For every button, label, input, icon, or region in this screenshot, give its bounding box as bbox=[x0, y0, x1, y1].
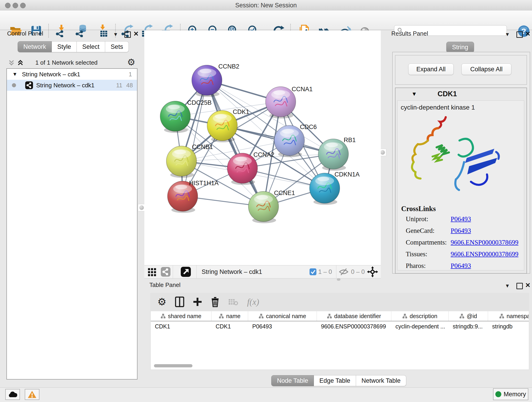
tab-select[interactable]: Select bbox=[77, 41, 105, 52]
network-label: String Network – cdk1 bbox=[36, 82, 94, 89]
network-row-selected[interactable]: String Network – cdk1 11 48 bbox=[7, 80, 137, 91]
network-collection-row[interactable]: ▼ String Network – cdk1 1 bbox=[7, 69, 137, 80]
collection-label: String Network – cdk1 bbox=[22, 71, 80, 78]
expand-all-networks-icon[interactable] bbox=[17, 58, 24, 67]
entry-expander-icon[interactable]: ▼ bbox=[412, 91, 417, 97]
cloud-status-button[interactable] bbox=[5, 389, 20, 400]
column-attribute-icon bbox=[402, 313, 407, 319]
table-cell[interactable]: stringdb:9... bbox=[449, 321, 488, 332]
table-cell[interactable]: CDK1 bbox=[211, 321, 248, 332]
results-panel-menu-icon[interactable]: ▾ bbox=[506, 31, 509, 38]
open-in-string-icon[interactable] bbox=[181, 267, 191, 277]
delete-table-icon-disabled bbox=[228, 298, 238, 306]
node-label-RB1: RB1 bbox=[344, 137, 356, 143]
hidden-count: 0 – 0 bbox=[351, 268, 365, 275]
tab-edge-table[interactable]: Edge Table bbox=[314, 375, 356, 386]
crosslink-link[interactable]: P06493 bbox=[451, 227, 471, 235]
collection-expander-icon[interactable]: ▼ bbox=[12, 71, 17, 77]
delete-column-trash-icon[interactable] bbox=[211, 297, 220, 307]
column-header-name[interactable]: name bbox=[211, 311, 248, 321]
table-cell[interactable]: cyclin-dependent ... bbox=[391, 321, 449, 332]
tab-node-table[interactable]: Node Table bbox=[271, 375, 314, 386]
gene-description: cyclin-dependent kinase 1 bbox=[398, 101, 524, 111]
tab-network-table[interactable]: Network Table bbox=[356, 375, 406, 386]
string-panel-toggle-icon[interactable] bbox=[161, 267, 171, 277]
column-header-namespace[interactable]: namespace bbox=[488, 311, 529, 321]
column-header-database-identifier[interactable]: database identifier bbox=[317, 311, 391, 321]
import-network-from-database-icon[interactable] bbox=[75, 24, 88, 37]
table-cell[interactable]: 9606.ENSP00000378699 bbox=[317, 321, 391, 332]
collapse-all-networks-icon[interactable] bbox=[7, 58, 15, 67]
column-attribute-icon bbox=[259, 313, 264, 319]
node-CDC25B[interactable] bbox=[160, 101, 190, 133]
node-CCNB1[interactable] bbox=[166, 146, 196, 178]
column-header--id[interactable]: @id bbox=[449, 311, 488, 321]
control-panel-menu-icon[interactable]: ▾ bbox=[114, 31, 117, 38]
table-cell[interactable]: stringdb bbox=[488, 321, 529, 332]
column-attribute-icon bbox=[459, 313, 464, 319]
results-panel-close-icon[interactable]: ✕ bbox=[525, 30, 530, 38]
table-panel-close-icon[interactable]: ✕ bbox=[525, 281, 530, 289]
table-header-row: shared namenamecanonical namedatabase id… bbox=[151, 311, 529, 321]
node-CCNA2[interactable] bbox=[227, 153, 258, 185]
create-column-plus-icon[interactable] bbox=[193, 297, 202, 306]
table-tabs: Node TableEdge TableNetwork Table bbox=[271, 375, 406, 386]
column-header-description[interactable]: description bbox=[391, 311, 449, 321]
warning-icon bbox=[27, 390, 37, 398]
node-label-CCNB2: CCNB2 bbox=[218, 63, 239, 70]
memory-button[interactable]: Memory bbox=[493, 388, 528, 400]
network-canvas[interactable]: CCNB2CCNA1CDC25BCDK1CDC6RB1CCNB1CCNA2CDK… bbox=[144, 31, 381, 265]
table-options-gear-icon[interactable]: ⚙ bbox=[157, 297, 166, 307]
import-table-from-file-icon[interactable] bbox=[96, 24, 109, 37]
crosslink-row: Uniprot:P06493 bbox=[406, 215, 524, 223]
network-options-gear-icon[interactable]: ⚙ bbox=[127, 57, 135, 67]
collapse-all-button[interactable]: Collapse All bbox=[462, 64, 511, 75]
node-RB1[interactable] bbox=[318, 139, 348, 171]
crosslink-link[interactable]: 9606.ENSP00000378699 bbox=[451, 250, 519, 258]
tab-style[interactable]: Style bbox=[52, 41, 77, 52]
gene-entry-header[interactable]: ▼ CDK1 bbox=[395, 88, 526, 100]
crosslinks-list: Uniprot:P06493GeneCard:P06493Compartment… bbox=[398, 213, 524, 269]
table-panel-float-icon[interactable] bbox=[516, 283, 523, 289]
birdseye-grid-icon[interactable] bbox=[147, 267, 157, 276]
bottom-splitter-handle[interactable] bbox=[337, 278, 341, 281]
node-label-CDKN1A: CDKN1A bbox=[335, 171, 360, 178]
table-cell[interactable]: CDK1 bbox=[151, 321, 211, 332]
edge-CCNB2-CCNE1[interactable] bbox=[207, 80, 264, 206]
tab-network[interactable]: Network bbox=[18, 41, 52, 52]
application-window: Session: New Session bbox=[0, 0, 532, 402]
crosslink-label: Uniprot: bbox=[406, 215, 451, 223]
show-columns-icon[interactable] bbox=[175, 297, 184, 307]
hidden-eye-icon[interactable] bbox=[339, 268, 349, 276]
crosslink-link[interactable]: P06493 bbox=[451, 262, 471, 269]
crosslink-label: Compartments: bbox=[406, 239, 451, 246]
toolbar-divider bbox=[48, 24, 49, 38]
control-panel-float-icon[interactable] bbox=[124, 32, 131, 38]
selected-checkbox-icon[interactable] bbox=[310, 268, 317, 275]
fit-content-crosshair-icon[interactable] bbox=[367, 266, 378, 277]
table-panel-menu-icon[interactable]: ▾ bbox=[506, 282, 509, 289]
control-panel-title: Control Panel bbox=[7, 30, 43, 37]
horizontal-scrollbar[interactable] bbox=[154, 364, 192, 367]
node-label-CCNB1: CCNB1 bbox=[192, 143, 213, 150]
import-network-from-file-icon[interactable] bbox=[55, 24, 68, 37]
tab-string[interactable]: String bbox=[446, 42, 474, 53]
crosslink-row: GeneCard:P06493 bbox=[406, 227, 524, 235]
control-panel-tabs: Network Style Select Sets bbox=[18, 41, 129, 52]
column-header-canonical-name[interactable]: canonical name bbox=[248, 311, 317, 321]
control-panel-close-icon[interactable]: ✕ bbox=[133, 30, 139, 38]
crosslink-link[interactable]: P06493 bbox=[451, 215, 471, 223]
results-panel-float-icon[interactable] bbox=[516, 32, 523, 38]
tab-sets[interactable]: Sets bbox=[105, 41, 129, 52]
table-row[interactable]: CDK1CDK1P064939606.ENSP00000378699cyclin… bbox=[151, 321, 529, 332]
column-header-shared-name[interactable]: shared name bbox=[151, 311, 211, 321]
node-CCNA1[interactable] bbox=[266, 87, 296, 119]
crosslink-link[interactable]: 9606.ENSP00000378699 bbox=[451, 239, 519, 246]
edge-count: 48 bbox=[126, 82, 133, 89]
warning-status-button[interactable] bbox=[25, 389, 39, 400]
table-cell[interactable]: P06493 bbox=[248, 321, 317, 332]
results-panel-tabs: String bbox=[446, 42, 474, 53]
column-attribute-icon bbox=[161, 313, 166, 319]
expand-all-button[interactable]: Expand All bbox=[408, 64, 454, 75]
protein-structure-image bbox=[398, 113, 524, 205]
